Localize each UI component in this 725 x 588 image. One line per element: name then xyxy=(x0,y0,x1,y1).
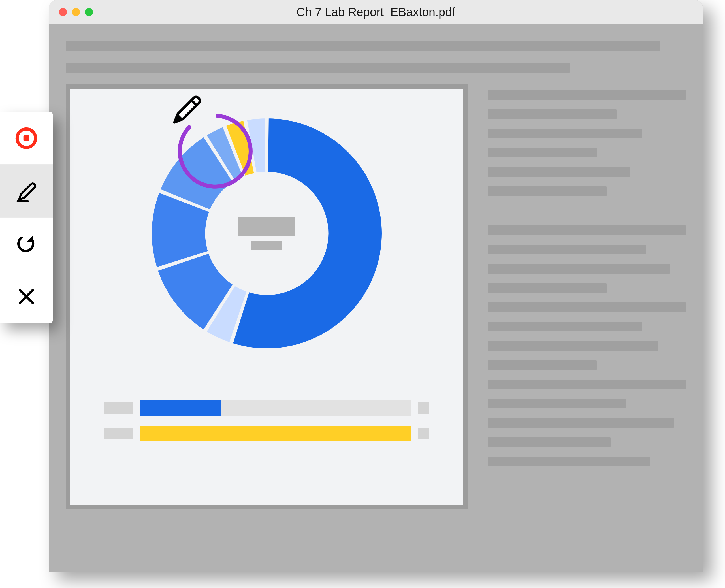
window-title: Ch 7 Lab Report_EBaxton.pdf xyxy=(297,5,455,19)
bar-end-placeholder xyxy=(418,428,429,439)
text-line-placeholder xyxy=(488,167,631,177)
close-icon xyxy=(14,285,39,309)
text-line-placeholder xyxy=(488,399,626,408)
window-close-button[interactable] xyxy=(59,8,67,16)
text-line-placeholder xyxy=(488,418,674,428)
text-line-placeholder xyxy=(488,226,686,235)
window-minimize-button[interactable] xyxy=(72,8,80,16)
text-line-placeholder xyxy=(488,302,686,312)
window-maximize-button[interactable] xyxy=(85,8,93,16)
text-line-placeholder xyxy=(488,148,597,158)
text-line-placeholder xyxy=(488,360,597,370)
bar-label-placeholder xyxy=(104,402,132,414)
bar-row xyxy=(104,400,429,416)
document-page[interactable] xyxy=(66,84,468,509)
window-controls xyxy=(59,8,93,16)
pencil-icon xyxy=(14,179,39,203)
text-line-placeholder xyxy=(488,109,617,119)
pdf-viewer-window: Ch 7 Lab Report_EBaxton.pdf xyxy=(49,0,703,571)
text-line-placeholder xyxy=(488,341,658,351)
close-button[interactable] xyxy=(0,270,53,323)
window-titlebar: Ch 7 Lab Report_EBaxton.pdf xyxy=(49,0,703,24)
text-line-placeholder xyxy=(488,457,650,466)
pencil-annotate-button[interactable] xyxy=(0,165,53,217)
text-line-placeholder xyxy=(488,380,686,389)
text-line-placeholder xyxy=(488,264,670,274)
bar-fill xyxy=(140,426,411,441)
bar-fill xyxy=(140,400,221,416)
donut-center-label xyxy=(238,217,295,250)
pencil-cursor-icon xyxy=(169,92,203,126)
text-line-placeholder xyxy=(488,437,611,447)
bar-end-placeholder xyxy=(418,402,429,414)
redo-button[interactable] xyxy=(0,217,53,270)
bar-track xyxy=(140,426,411,441)
text-line-placeholder xyxy=(488,283,606,293)
text-line-placeholder xyxy=(66,63,570,72)
center-label-sub xyxy=(251,241,282,250)
bar-chart xyxy=(104,400,429,441)
text-line-placeholder xyxy=(488,186,606,196)
text-line-placeholder xyxy=(488,322,642,331)
text-line-placeholder xyxy=(488,90,686,100)
bar-row xyxy=(104,426,429,441)
record-stop-button[interactable] xyxy=(0,112,53,165)
record-stop-icon xyxy=(14,126,39,150)
bar-label-placeholder xyxy=(104,428,132,439)
side-text-column xyxy=(488,84,686,509)
bar-track xyxy=(140,400,411,416)
svg-rect-1 xyxy=(23,135,29,141)
window-body xyxy=(49,24,703,571)
text-line-placeholder xyxy=(66,41,660,51)
text-line-placeholder xyxy=(488,129,642,138)
annotation-toolbar xyxy=(0,112,53,323)
text-line-placeholder xyxy=(488,245,646,254)
donut-chart xyxy=(145,111,388,355)
redo-icon xyxy=(14,231,39,256)
center-label-main xyxy=(238,217,295,236)
